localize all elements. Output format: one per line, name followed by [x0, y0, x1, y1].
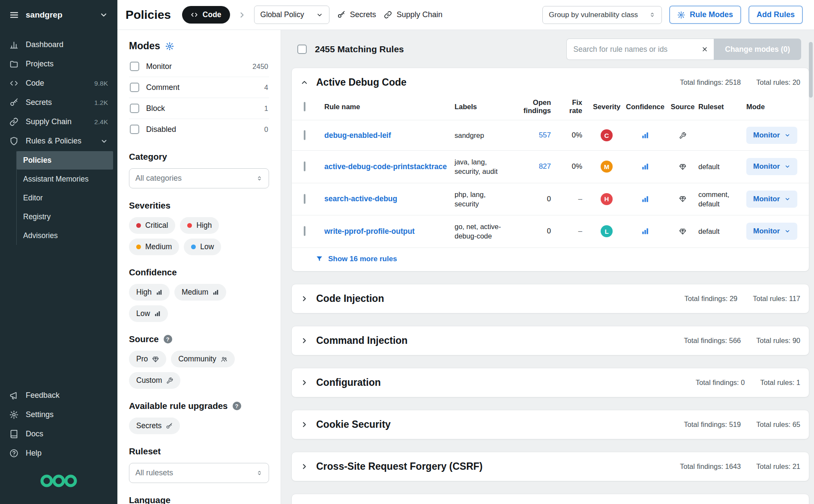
confidence-chip-high[interactable]: High: [129, 284, 170, 301]
sidebar-item-editor[interactable]: Editor: [17, 189, 113, 207]
sidebar-item-help[interactable]: Help: [0, 444, 117, 463]
checkbox[interactable]: [130, 104, 139, 113]
group-by-select[interactable]: Group by vulnerability class: [542, 6, 662, 24]
vertical-scrollbar[interactable]: [809, 42, 813, 98]
group-header[interactable]: Code Injection Total findings: 29 Total …: [292, 284, 809, 313]
show-more-label: Show 16 more rules: [328, 255, 397, 263]
updown-chevron-icon: [649, 12, 655, 18]
chevron-right-icon[interactable]: [300, 420, 308, 429]
sidebar-item-secrets[interactable]: Secrets 1.2K: [0, 93, 117, 112]
source-chip-pro[interactable]: Pro: [129, 351, 166, 367]
sidebar-item-settings[interactable]: Settings: [0, 405, 117, 424]
chip-label: Medium: [145, 242, 172, 251]
row-checkbox[interactable]: [304, 130, 305, 140]
chevron-right-icon[interactable]: [300, 337, 308, 345]
sidebar-item-feedback[interactable]: Feedback: [0, 386, 117, 405]
chevron-right-icon[interactable]: [300, 295, 308, 303]
col-header-mode: Mode: [746, 103, 800, 111]
secrets-product-link[interactable]: Secrets: [337, 10, 376, 19]
group-header[interactable]: Configuration Total findings: 0 Total ru…: [292, 368, 809, 397]
topbar: Policies Code Global Policy Sec: [117, 0, 814, 30]
mode-filter-monitor[interactable]: Monitor 2450: [129, 56, 269, 77]
sidebar-item-supply-chain[interactable]: Supply Chain 2.4K: [0, 112, 117, 131]
group-header[interactable]: Active Debug Code Total findings: 2518 T…: [292, 68, 809, 97]
code-product-button[interactable]: Code: [182, 6, 230, 24]
mode-dropdown[interactable]: Monitor: [746, 191, 797, 208]
select-all-checkbox[interactable]: [297, 45, 307, 54]
rule-name-link[interactable]: search-active-debug: [324, 194, 455, 203]
source-chip-custom[interactable]: Custom: [129, 372, 180, 389]
book-icon: [9, 429, 18, 438]
group-header[interactable]: Cookie Security Total findings: 519 Tota…: [292, 410, 809, 439]
add-rules-button[interactable]: Add Rules: [748, 6, 803, 24]
row-checkbox[interactable]: [304, 226, 305, 236]
mode-filter-block[interactable]: Block 1: [129, 98, 269, 119]
rule-modes-button[interactable]: Rule Modes: [669, 6, 741, 24]
chip-label: Low: [136, 309, 150, 318]
sidebar-item-code[interactable]: Code 9.8K: [0, 74, 117, 93]
severity-chip-medium[interactable]: Medium: [129, 239, 179, 255]
group-select-checkbox[interactable]: [304, 102, 305, 111]
hamburger-menu-icon[interactable]: [9, 10, 19, 20]
source-title-label: Source: [129, 334, 159, 344]
confidence-chip-medium[interactable]: Medium: [174, 284, 226, 301]
rule-ruleset: comment, default: [698, 190, 746, 209]
category-select[interactable]: All categories: [129, 168, 269, 188]
sidebar-subitem-label: Editor: [23, 194, 43, 202]
help-question-icon[interactable]: ?: [233, 402, 241, 410]
sidebar-item-projects[interactable]: Projects: [0, 54, 117, 74]
row-checkbox[interactable]: [304, 161, 305, 171]
gear-icon[interactable]: [165, 42, 174, 51]
severity-chip-low[interactable]: Low: [184, 239, 221, 255]
sidebar-item-registry[interactable]: Registry: [17, 208, 113, 226]
upgrade-chip-secrets[interactable]: Secrets: [129, 418, 180, 434]
sidebar-item-advisories[interactable]: Advisories: [17, 227, 113, 245]
chevron-up-icon[interactable]: [300, 78, 308, 86]
severity-chip-critical[interactable]: Critical: [129, 217, 175, 234]
rule-ruleset: default: [698, 227, 746, 236]
rule-name-link[interactable]: active-debug-code-printstacktrace: [324, 162, 455, 171]
change-modes-button[interactable]: Change modes (0): [714, 39, 801, 60]
rule-name-link[interactable]: debug-enabled-leif: [324, 131, 455, 140]
sidebar-item-dashboard[interactable]: Dashboard: [0, 35, 117, 54]
total-rules: Total rules: 90: [756, 337, 800, 345]
checkbox[interactable]: [130, 62, 139, 71]
sidebar-item-assistant-memories[interactable]: Assistant Memories: [17, 170, 113, 188]
mode-dropdown[interactable]: Monitor: [746, 127, 797, 144]
group-header[interactable]: Cross-Site Request Forgery (CSRF) Total …: [292, 452, 809, 481]
policy-select[interactable]: Global Policy: [254, 6, 329, 24]
sidebar-item-label: Dashboard: [26, 40, 63, 49]
show-more-rules-button[interactable]: Show 16 more rules: [292, 248, 809, 271]
sidebar-item-policies[interactable]: Policies: [17, 151, 113, 170]
checkbox[interactable]: [130, 83, 139, 92]
mode-dropdown[interactable]: Monitor: [746, 223, 797, 240]
source-chip-community[interactable]: Community: [171, 351, 235, 367]
chevron-right-icon[interactable]: [300, 379, 308, 387]
mode-filter-disabled[interactable]: Disabled 0: [129, 119, 269, 140]
supply-chain-product-link[interactable]: Supply Chain: [384, 10, 443, 19]
checkbox[interactable]: [130, 125, 139, 134]
open-findings-link[interactable]: 557: [513, 131, 559, 140]
workspace-switcher[interactable]: sandgrep: [0, 0, 117, 30]
ruleset-select[interactable]: All rulesets: [129, 463, 269, 483]
mode-dropdown[interactable]: Monitor: [746, 158, 797, 175]
search-input[interactable]: [573, 45, 698, 54]
group-header[interactable]: Command Injection Total findings: 566 To…: [292, 326, 809, 355]
group-header[interactable]: Cross-Site-Scripting (XSS) Total finding…: [292, 494, 809, 504]
confidence-chip-low[interactable]: Low: [129, 305, 168, 322]
rule-name-link[interactable]: write-pprof-profile-output: [324, 227, 455, 236]
high-dot-icon: [187, 223, 192, 228]
severity-chip-high[interactable]: High: [180, 217, 219, 234]
upgrade-chips: Secrets: [129, 418, 269, 434]
total-findings: Total findings: 566: [684, 337, 741, 345]
clear-search-icon[interactable]: [701, 46, 708, 53]
chevron-right-icon[interactable]: [300, 462, 308, 471]
mode-filter-comment[interactable]: Comment 4: [129, 77, 269, 98]
sidebar-item-rules-policies[interactable]: Rules & Policies: [0, 131, 117, 151]
group-title: Cookie Security: [316, 419, 391, 430]
sidebar-item-label: Code: [26, 79, 44, 88]
open-findings-link[interactable]: 827: [513, 162, 559, 171]
row-checkbox[interactable]: [304, 194, 305, 204]
sidebar-item-docs[interactable]: Docs: [0, 424, 117, 444]
help-question-icon[interactable]: ?: [164, 335, 172, 343]
